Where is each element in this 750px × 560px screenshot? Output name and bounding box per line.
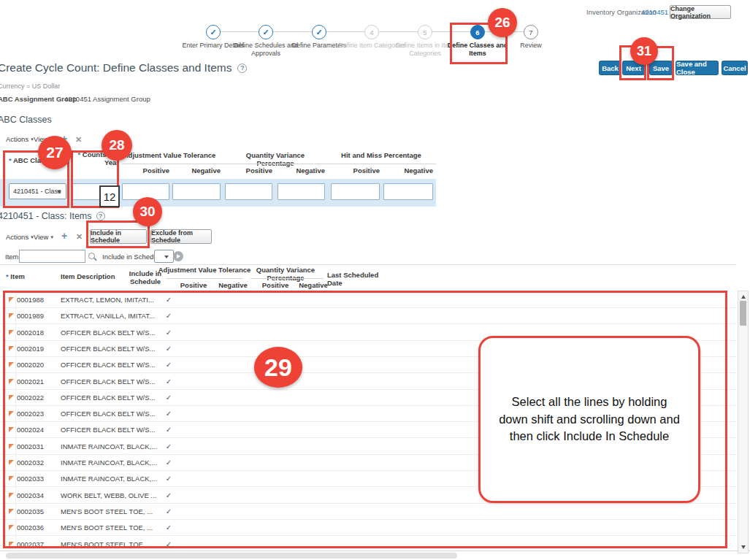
callout-26: 26 — [488, 8, 517, 37]
abc-qty-positive-input[interactable] — [225, 183, 272, 200]
step-2-circle[interactable]: ✓ — [259, 25, 273, 39]
callout-31: 31 — [630, 37, 658, 65]
last-scheduled-date-column-header: Last Scheduled Date — [327, 271, 384, 287]
item-filter-label: Item — [5, 253, 18, 261]
callout-29: 29 — [254, 347, 302, 388]
items-qty-divider — [250, 278, 324, 279]
step-3-circle[interactable]: ✓ — [312, 25, 326, 39]
bottom-divider — [0, 551, 750, 551]
scroll-up-icon[interactable] — [741, 295, 746, 299]
vertical-scrollbar-thumb[interactable] — [740, 301, 746, 326]
abc-qty-negative-header: Negative — [278, 166, 325, 174]
abc-adj-positive-header: Positive — [122, 166, 169, 174]
vertical-scrollbar[interactable] — [738, 291, 749, 553]
abc-hm-negative-header: Negative — [383, 166, 433, 174]
items-help-icon[interactable] — [96, 212, 105, 220]
class-items-heading-text: 4210451 - Class: Items — [0, 211, 92, 221]
save-and-close-button[interactable]: Save and Close — [676, 61, 719, 75]
search-icon[interactable] — [88, 253, 95, 259]
step-5-circle[interactable]: 5 — [418, 25, 432, 39]
help-icon[interactable] — [237, 64, 247, 73]
annotation-value-12: 12 — [99, 185, 120, 207]
step-4-circle[interactable]: 4 — [364, 25, 379, 39]
scroll-down-icon[interactable] — [741, 545, 746, 549]
abc-adj-negative-input[interactable] — [172, 183, 221, 200]
callout-30: 30 — [133, 197, 162, 226]
items-adj-positive-header: Positive — [172, 281, 215, 289]
abc-header-divider — [122, 164, 436, 164]
abc-quantity-group-header: Quantity Variance Percentage — [228, 151, 323, 167]
items-delete-icon[interactable] — [76, 232, 83, 242]
change-organization-button[interactable]: Change Organization — [670, 5, 731, 19]
abc-assignment-group-value: 4210451 Assignment Group — [64, 95, 150, 103]
items-qty-positive-header: Positive — [253, 281, 297, 289]
item-description-column-header: Item Description — [61, 272, 115, 280]
abc-hit-miss-group-header: Hit and Miss Percentage — [334, 151, 429, 159]
items-adj-negative-header: Negative — [211, 281, 255, 289]
items-actions-menu[interactable]: Actions — [6, 233, 34, 241]
abc-delete-icon[interactable] — [75, 135, 82, 145]
items-view-menu[interactable]: View — [34, 233, 53, 241]
go-arrow-button[interactable] — [173, 251, 183, 261]
abc-qty-negative-input[interactable] — [278, 183, 325, 200]
item-filter-input[interactable] — [19, 250, 85, 263]
include-filter-select[interactable] — [154, 250, 174, 263]
annotation-note-box: Select all the lines by holding down shi… — [478, 336, 700, 503]
inventory-organization-link[interactable]: 4210451 — [641, 8, 668, 16]
back-button[interactable]: Back — [599, 61, 621, 75]
abc-classes-heading: ABC Classes — [0, 115, 52, 125]
abc-hm-negative-input[interactable] — [383, 183, 433, 200]
page-title: Create Cycle Count: Define Classes and I… — [0, 61, 247, 74]
abc-hm-positive-input[interactable] — [331, 183, 380, 200]
callout-28: 28 — [102, 130, 132, 161]
page: Inventory Organization 4210451 Change Or… — [0, 0, 750, 560]
step-7-circle[interactable]: 7 — [524, 25, 538, 39]
exclude-from-schedule-button[interactable]: Exclude from Schedule — [150, 229, 212, 244]
items-table-top-border — [0, 264, 736, 265]
callout-27: 27 — [38, 136, 72, 169]
page-title-text: Create Cycle Count: Define Classes and I… — [0, 61, 231, 74]
step-1-circle[interactable]: ✓ — [206, 25, 221, 39]
item-column-header: Item — [6, 272, 25, 280]
items-quantity-group-header: Quantity Variance Percentage — [238, 266, 333, 282]
class-items-heading: 4210451 - Class: Items — [0, 211, 105, 221]
currency-line: Currency = US Dollar — [0, 83, 60, 90]
abc-qty-positive-header: Positive — [225, 166, 272, 174]
abc-adj-negative-header: Negative — [173, 166, 221, 174]
abc-actions-menu[interactable]: Actions — [6, 135, 34, 143]
abc-hm-positive-header: Positive — [331, 166, 380, 174]
items-adj-divider — [166, 278, 243, 279]
cancel-button[interactable]: Cancel — [722, 61, 748, 75]
items-add-icon[interactable] — [61, 231, 67, 240]
horizontal-scrollbar-thumb[interactable] — [6, 553, 457, 559]
abc-adjustment-group-header: Adjustment Value Tolerance — [122, 151, 217, 159]
